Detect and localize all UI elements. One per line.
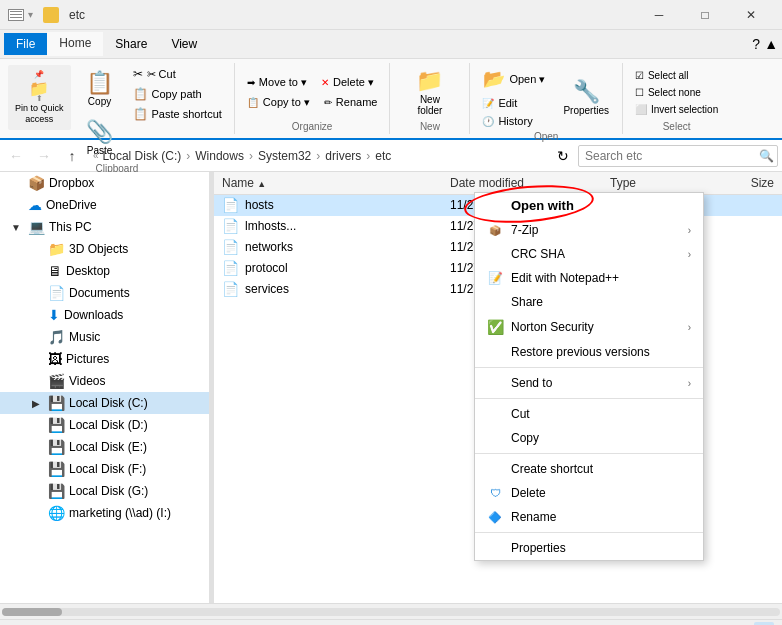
norton-arrow: › bbox=[688, 322, 691, 333]
col-date[interactable]: Date modified bbox=[442, 176, 602, 190]
edit-button[interactable]: 📝 Edit bbox=[478, 95, 521, 111]
music-label: Music bbox=[69, 330, 100, 344]
history-button[interactable]: 🕐 History bbox=[478, 113, 536, 129]
sidebar-item-localg[interactable]: 💾 Local Disk (G:) bbox=[0, 480, 209, 502]
refresh-button[interactable]: ↻ bbox=[552, 145, 574, 167]
tab-file[interactable]: File bbox=[4, 33, 47, 55]
sidebar-item-localf[interactable]: 💾 Local Disk (F:) bbox=[0, 458, 209, 480]
ctx-divider3 bbox=[475, 453, 703, 454]
expand-icon bbox=[28, 439, 44, 455]
expand-icon bbox=[28, 461, 44, 477]
ctx-sendto[interactable]: Send to › bbox=[475, 371, 703, 395]
rename-button[interactable]: ✏ Rename bbox=[320, 94, 382, 111]
view-details-button[interactable]: ☰ bbox=[730, 622, 750, 626]
search-input[interactable] bbox=[578, 145, 778, 167]
col-size[interactable]: Size bbox=[702, 176, 782, 190]
up-button[interactable]: ↑ bbox=[60, 144, 84, 168]
open-button[interactable]: 📂 Open ▾ bbox=[478, 65, 550, 93]
select-none-button[interactable]: ☐ Select none bbox=[631, 85, 705, 100]
ribbon: File Home Share View ? ▲ 📌 📁 ⬆ Pin to Qu… bbox=[0, 30, 782, 140]
ctx-divider1 bbox=[475, 367, 703, 368]
rename-ctx-label: Rename bbox=[511, 510, 691, 524]
forward-button[interactable]: → bbox=[32, 144, 56, 168]
sidebar-item-videos[interactable]: 🎬 Videos bbox=[0, 370, 209, 392]
copy-path-icon: 📋 bbox=[133, 87, 148, 101]
sidebar-item-music[interactable]: 🎵 Music bbox=[0, 326, 209, 348]
scroll-track bbox=[2, 608, 780, 616]
dropbox-label: Dropbox bbox=[49, 176, 94, 190]
copy-path-button[interactable]: 📋 Copy path bbox=[129, 85, 226, 103]
ctx-restore[interactable]: Restore previous versions bbox=[475, 340, 703, 364]
cut-button[interactable]: ✂ ✂ Cut bbox=[129, 65, 226, 83]
address-path[interactable]: « Local Disk (C:) › Windows › System32 ›… bbox=[88, 145, 548, 167]
quick-access-icon bbox=[8, 9, 24, 21]
sidebar-item-pictures[interactable]: 🖼 Pictures bbox=[0, 348, 209, 370]
path-arrow2: › bbox=[249, 149, 253, 163]
ctx-norton[interactable]: ✅ Norton Security › bbox=[475, 314, 703, 340]
properties-button[interactable]: 🔧 Properties bbox=[558, 76, 614, 119]
ctx-properties[interactable]: Properties bbox=[475, 536, 703, 560]
back-button[interactable]: ← bbox=[4, 144, 28, 168]
ctx-crcsha[interactable]: CRC SHA › bbox=[475, 242, 703, 266]
sidebar-item-downloads[interactable]: ⬇ Downloads bbox=[0, 304, 209, 326]
share-label: Share bbox=[511, 295, 691, 309]
ctx-share[interactable]: Share bbox=[475, 290, 703, 314]
minimize-button[interactable]: ─ bbox=[636, 0, 682, 30]
sidebar-item-documents[interactable]: 📄 Documents bbox=[0, 282, 209, 304]
downloads-label: Downloads bbox=[64, 308, 123, 322]
rename-icon: ✏ bbox=[324, 97, 332, 108]
3dobjects-icon: 📁 bbox=[48, 241, 65, 257]
ctx-openwith[interactable]: Open with bbox=[475, 193, 703, 218]
main-area: 📦 Dropbox ☁ OneDrive ▼ 💻 This PC 📁 3D Ob… bbox=[0, 172, 782, 603]
new-folder-button[interactable]: 📁 Newfolder bbox=[411, 65, 448, 119]
sidebar-item-marketing[interactable]: 🌐 marketing (\\ad) (I:) bbox=[0, 502, 209, 524]
sidebar-item-locale[interactable]: 💾 Local Disk (E:) bbox=[0, 436, 209, 458]
sidebar-item-thispc[interactable]: ▼ 💻 This PC bbox=[0, 216, 209, 238]
view-list-button[interactable]: ⊞ bbox=[754, 622, 774, 626]
locale-icon: 💾 bbox=[48, 439, 65, 455]
openwith-label: Open with bbox=[511, 198, 691, 213]
networks-file-icon: 📄 bbox=[222, 239, 239, 255]
ctx-divider2 bbox=[475, 398, 703, 399]
tab-share[interactable]: Share bbox=[103, 33, 159, 55]
ctx-delete[interactable]: 🛡 Delete bbox=[475, 481, 703, 505]
expand-icon bbox=[28, 483, 44, 499]
pin-quick-access-button[interactable]: 📌 📁 ⬆ Pin to Quickaccess bbox=[8, 65, 71, 130]
window-icon-area: ▾ bbox=[8, 9, 33, 21]
sidebar-item-onedrive[interactable]: ☁ OneDrive bbox=[0, 194, 209, 216]
ctx-createshortcut[interactable]: Create shortcut bbox=[475, 457, 703, 481]
sidebar-item-3dobjects[interactable]: 📁 3D Objects bbox=[0, 238, 209, 260]
move-to-button[interactable]: ➡ Move to ▾ bbox=[243, 74, 311, 91]
select-all-button[interactable]: ☑ Select all bbox=[631, 68, 693, 83]
ribbon-collapse-button[interactable]: ▲ bbox=[764, 36, 778, 52]
expand-icon bbox=[8, 197, 24, 213]
ctx-rename[interactable]: 🔷 Rename bbox=[475, 505, 703, 529]
col-type[interactable]: Type bbox=[602, 176, 702, 190]
copy-to-button[interactable]: 📋 Copy to ▾ bbox=[243, 94, 314, 111]
horizontal-scrollbar[interactable] bbox=[0, 603, 782, 619]
ribbon-help-button[interactable]: ? bbox=[752, 36, 760, 52]
ctx-7zip[interactable]: 📦 7-Zip › bbox=[475, 218, 703, 242]
sidebar-item-dropbox[interactable]: 📦 Dropbox bbox=[0, 172, 209, 194]
paste-shortcut-button[interactable]: 📋 Paste shortcut bbox=[129, 105, 226, 123]
invert-selection-button[interactable]: ⬜ Invert selection bbox=[631, 102, 722, 117]
ctx-editnotepad[interactable]: 📝 Edit with Notepad++ bbox=[475, 266, 703, 290]
search-container: 🔍 bbox=[578, 145, 778, 167]
close-button[interactable]: ✕ bbox=[728, 0, 774, 30]
copy-button[interactable]: 📋 Copy bbox=[75, 65, 125, 112]
ctx-cut[interactable]: Cut bbox=[475, 402, 703, 426]
editnotepad-label: Edit with Notepad++ bbox=[511, 271, 691, 285]
maximize-button[interactable]: □ bbox=[682, 0, 728, 30]
delete-button[interactable]: ✕ Delete ▾ bbox=[317, 74, 378, 91]
col-name[interactable]: Name ▲ bbox=[214, 176, 442, 190]
scroll-thumb[interactable] bbox=[2, 608, 62, 616]
sidebar-item-localc[interactable]: ▶ 💾 Local Disk (C:) bbox=[0, 392, 209, 414]
sidebar-item-desktop[interactable]: 🖥 Desktop bbox=[0, 260, 209, 282]
tab-home[interactable]: Home bbox=[47, 32, 103, 56]
delete-ctx-icon: 🛡 bbox=[487, 487, 503, 499]
ctx-copy[interactable]: Copy bbox=[475, 426, 703, 450]
move-to-label: Move to ▾ bbox=[259, 76, 307, 89]
norton-label: Norton Security bbox=[511, 320, 680, 334]
sidebar-item-locald[interactable]: 💾 Local Disk (D:) bbox=[0, 414, 209, 436]
tab-view[interactable]: View bbox=[159, 33, 209, 55]
